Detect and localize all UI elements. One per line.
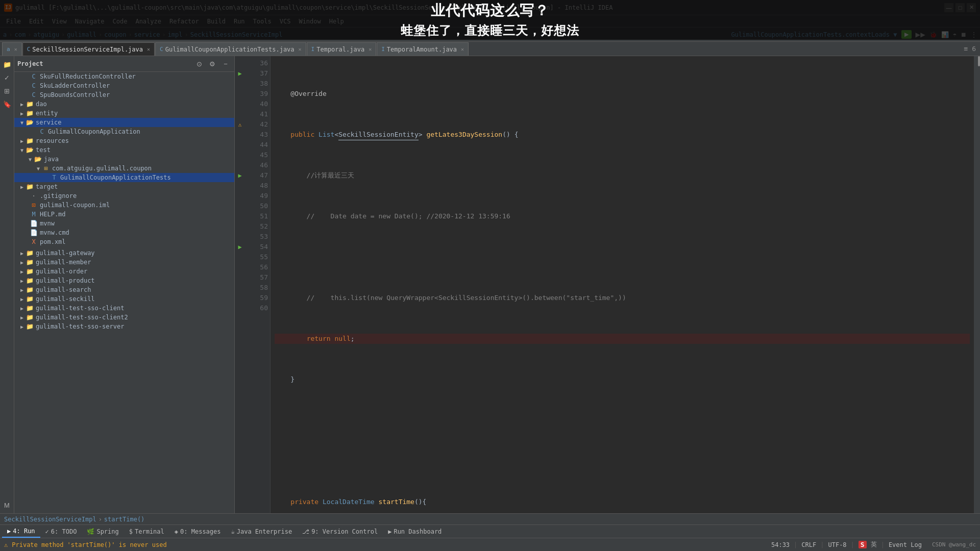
tree-item-sso-client[interactable]: ▶ 📁 gulimall-test-sso-client: [14, 304, 234, 313]
maximize-button[interactable]: □: [955, 3, 965, 12]
menu-run[interactable]: Run: [230, 15, 249, 28]
tab-overflow[interactable]: ≡ 6: [960, 42, 980, 56]
menu-refactor[interactable]: Refactor: [165, 15, 203, 28]
menu-analyze[interactable]: Analyze: [131, 15, 165, 28]
tree-item-sso-server[interactable]: ▶ 📁 gulimall-test-sso-server: [14, 322, 234, 331]
stop-button[interactable]: ⏹: [961, 31, 967, 38]
tab-a[interactable]: a ✕: [2, 42, 22, 56]
debug-button[interactable]: 🐞: [929, 31, 937, 38]
nav-gulimall[interactable]: gulimall: [67, 31, 96, 38]
sidebar-locate-btn[interactable]: ⊙: [193, 58, 205, 69]
tab-temporal[interactable]: I Temporal.java ✕: [307, 42, 377, 56]
run-gutter-icon[interactable]: ▶: [238, 70, 241, 77]
nav-a[interactable]: a: [3, 31, 7, 38]
tab-coupon-tests[interactable]: C GulimallCouponApplicationTests.java ✕: [155, 42, 306, 56]
commit-icon[interactable]: ✓: [1, 71, 13, 84]
tree-item-member[interactable]: ▶ 📁 gulimall-member: [14, 258, 234, 267]
bottom-tab-vcs[interactable]: ⎇ 9: Version Control: [297, 525, 383, 538]
status-position[interactable]: 54:33: [771, 541, 790, 548]
tree-item-mvnw-cmd[interactable]: 📄 mvnw.cmd: [14, 228, 234, 237]
tree-item-helpmd[interactable]: M HELP.md: [14, 210, 234, 219]
tree-item-target[interactable]: ▶ 📁 target: [14, 182, 234, 191]
tree-item-spu-bounds[interactable]: C SpuBoundsController: [14, 90, 234, 99]
tab-temporal-amount[interactable]: I TemporalAmount.java ✕: [377, 42, 469, 56]
menu-edit[interactable]: Edit: [25, 15, 48, 28]
tree-item-gateway[interactable]: ▶ 📁 gulimall-gateway: [14, 248, 234, 258]
run-gutter-icon3[interactable]: ▶: [238, 243, 241, 251]
menu-help[interactable]: Help: [325, 15, 348, 28]
minimize-button[interactable]: —: [944, 3, 953, 12]
tab-temporal-amount-close[interactable]: ✕: [461, 46, 464, 52]
event-log-label[interactable]: Event Log: [889, 541, 922, 548]
tree-item-resources[interactable]: ▶ 📁 resources: [14, 136, 234, 145]
tree-item-search[interactable]: ▶ 📁 gulimall-search: [14, 285, 234, 294]
tab-a-close[interactable]: ✕: [14, 46, 17, 52]
more-button[interactable]: ⋮: [971, 31, 977, 38]
tree-item-sku-ladder[interactable]: C SkuLadderController: [14, 81, 234, 90]
status-encoding[interactable]: UTF-8: [828, 541, 846, 548]
tree-item-gitignore[interactable]: · .gitignore: [14, 191, 234, 201]
right-scrollbar[interactable]: [974, 56, 980, 513]
tab-seckill-close[interactable]: ✕: [147, 46, 150, 52]
menu-build[interactable]: Build: [203, 15, 230, 28]
tree-item-test[interactable]: ▼ 📂 test: [14, 145, 234, 155]
breadcrumb-method[interactable]: startTime(): [104, 516, 144, 523]
tree-item-pom[interactable]: X pom.xml: [14, 237, 234, 246]
run-button[interactable]: ▶: [901, 30, 912, 39]
code-editor[interactable]: ▶ ⚠ ▶ ▶: [235, 56, 980, 513]
tree-item-service[interactable]: ▼ 📂 service: [14, 118, 234, 127]
nav-class[interactable]: SeckillSessionServiceImpl: [190, 31, 283, 38]
tree-item-gulimall-app[interactable]: C GulimallCouponApplication: [14, 127, 234, 136]
bottom-tab-enterprise[interactable]: ☕ Java Enterprise: [226, 525, 298, 538]
code-content[interactable]: @Override public List<SeckillSessionEnti…: [271, 56, 974, 513]
tree-item-order[interactable]: ▶ 📁 gulimall-order: [14, 267, 234, 276]
tab-seckill-service-impl[interactable]: C SeckillSessionServiceImpl.java ✕: [22, 42, 155, 56]
run-gutter-icon2[interactable]: ▶: [238, 172, 241, 179]
status-line-ending[interactable]: CRLF: [801, 541, 816, 548]
maven-icon[interactable]: M: [1, 499, 13, 511]
tree-item-entity[interactable]: ▶ 📁 entity: [14, 109, 234, 118]
structure-icon[interactable]: ⊞: [1, 85, 13, 97]
project-icon[interactable]: 📁: [1, 58, 13, 70]
bookmarks-icon[interactable]: 🔖: [1, 98, 13, 110]
nav-impl[interactable]: impl: [168, 31, 183, 38]
tree-item-mvnw[interactable]: 📄 mvnw: [14, 219, 234, 228]
menu-file[interactable]: File: [2, 15, 25, 28]
profile-button[interactable]: 📊: [941, 31, 949, 38]
run-all-button[interactable]: ▶▶: [916, 30, 925, 39]
tree-item-product[interactable]: ▶ 📁 gulimall-product: [14, 276, 234, 285]
dropdown-context[interactable]: GulimallCouponApplicationTests.contextLo…: [731, 31, 897, 38]
scrollbar-thumb[interactable]: [978, 56, 980, 66]
sidebar-settings-btn[interactable]: ⚙: [207, 58, 218, 69]
bottom-tab-rundash[interactable]: ▶ Run Dashboard: [383, 525, 447, 538]
tree-item-java[interactable]: ▼ 📂 java: [14, 155, 234, 164]
menu-navigate[interactable]: Navigate: [71, 15, 109, 28]
menu-code[interactable]: Code: [109, 15, 132, 28]
sidebar-collapse-btn[interactable]: −: [220, 58, 231, 69]
bottom-tab-run[interactable]: ▶ 4: Run: [2, 525, 40, 538]
nav-atguigu[interactable]: atguigu: [33, 31, 59, 38]
nav-service[interactable]: service: [134, 31, 160, 38]
menu-view[interactable]: View: [48, 15, 71, 28]
tree-item-package[interactable]: ▼ ⊞ com.atguigu.gulimall.coupon: [14, 164, 234, 173]
menu-window[interactable]: Window: [295, 15, 325, 28]
tree-item-dao[interactable]: ▶ 📁 dao: [14, 99, 234, 109]
nav-com[interactable]: com: [14, 31, 26, 38]
tree-item-sku-full[interactable]: C SkuFullReductionController: [14, 72, 234, 81]
menu-vcs[interactable]: VCS: [276, 15, 295, 28]
close-button[interactable]: ✕: [967, 3, 976, 12]
tree-item-seckill[interactable]: ▶ 📁 gulimall-seckill: [14, 294, 234, 304]
nav-coupon[interactable]: coupon: [104, 31, 126, 38]
tree-item-sso-client2[interactable]: ▶ 📁 gulimall-test-sso-client2: [14, 313, 234, 322]
bottom-tab-todo[interactable]: ✓ 6: TODO: [40, 525, 82, 538]
bottom-tab-terminal[interactable]: $ Terminal: [124, 525, 169, 538]
tab-coupon-close[interactable]: ✕: [299, 46, 302, 52]
tree-item-iml[interactable]: ⊡ gulimall-coupon.iml: [14, 201, 234, 210]
bottom-tab-spring[interactable]: 🌿 Spring: [82, 525, 124, 538]
bottom-tab-messages[interactable]: ◈ 0: Messages: [169, 525, 226, 538]
tree-item-tests-selected[interactable]: T GulimallCouponApplicationTests: [14, 173, 234, 182]
breadcrumb-class[interactable]: SeckillSessionServiceImpl: [4, 516, 96, 523]
coverage-button[interactable]: ☂: [953, 31, 957, 38]
menu-tools[interactable]: Tools: [249, 15, 276, 28]
tab-temporal-close[interactable]: ✕: [369, 46, 372, 52]
